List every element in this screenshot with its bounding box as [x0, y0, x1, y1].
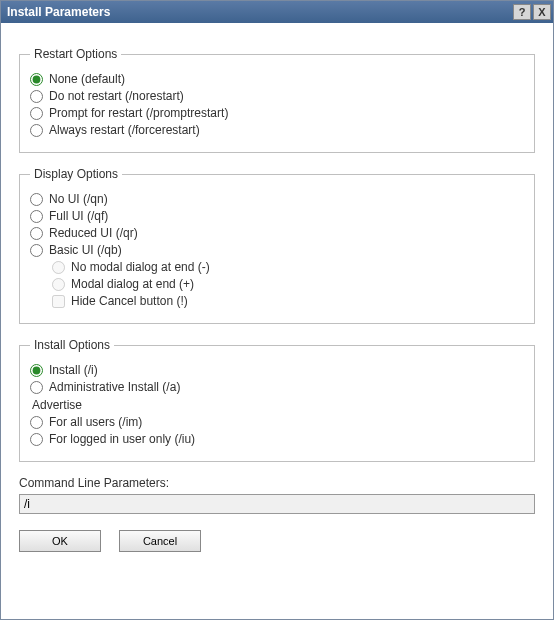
restart-prompt-label[interactable]: Prompt for restart (/promptrestart)	[49, 106, 228, 120]
display-basicui-label[interactable]: Basic UI (/qb)	[49, 243, 122, 257]
install-install-label[interactable]: Install (/i)	[49, 363, 98, 377]
restart-prompt-radio[interactable]	[30, 107, 43, 120]
advertise-user-radio[interactable]	[30, 433, 43, 446]
display-reducedui-label[interactable]: Reduced UI (/qr)	[49, 226, 138, 240]
display-fullui-label[interactable]: Full UI (/qf)	[49, 209, 108, 223]
restart-options-legend: Restart Options	[30, 47, 121, 61]
display-fullui-radio[interactable]	[30, 210, 43, 223]
hide-cancel-label[interactable]: Hide Cancel button (!)	[71, 294, 188, 308]
restart-none-label[interactable]: None (default)	[49, 72, 125, 86]
help-button[interactable]: ?	[513, 4, 531, 20]
advertise-all-label[interactable]: For all users (/im)	[49, 415, 142, 429]
close-icon: X	[538, 6, 545, 18]
install-install-radio[interactable]	[30, 364, 43, 377]
ok-button[interactable]: OK	[19, 530, 101, 552]
basic-nomodal-label[interactable]: No modal dialog at end (-)	[71, 260, 210, 274]
command-line-input[interactable]	[19, 494, 535, 514]
dialog-title: Install Parameters	[7, 5, 513, 19]
advertise-all-radio[interactable]	[30, 416, 43, 429]
cancel-button[interactable]: Cancel	[119, 530, 201, 552]
install-options-group: Install Options Install (/i) Administrat…	[19, 338, 535, 462]
basic-modal-label[interactable]: Modal dialog at end (+)	[71, 277, 194, 291]
dialog-window: Install Parameters ? X Restart Options N…	[0, 0, 554, 620]
help-icon: ?	[519, 6, 526, 18]
restart-none-radio[interactable]	[30, 73, 43, 86]
display-options-group: Display Options No UI (/qn) Full UI (/qf…	[19, 167, 535, 324]
restart-force-label[interactable]: Always restart (/forcerestart)	[49, 123, 200, 137]
dialog-buttons: OK Cancel	[19, 530, 535, 552]
install-admin-radio[interactable]	[30, 381, 43, 394]
close-button[interactable]: X	[533, 4, 551, 20]
restart-norestart-label[interactable]: Do not restart (/norestart)	[49, 89, 184, 103]
restart-options-group: Restart Options None (default) Do not re…	[19, 47, 535, 153]
display-noui-radio[interactable]	[30, 193, 43, 206]
basic-nomodal-radio[interactable]	[52, 261, 65, 274]
command-line-label: Command Line Parameters:	[19, 476, 535, 490]
install-admin-label[interactable]: Administrative Install (/a)	[49, 380, 180, 394]
basic-modal-radio[interactable]	[52, 278, 65, 291]
advertise-label: Advertise	[32, 398, 524, 412]
titlebar: Install Parameters ? X	[1, 1, 553, 23]
install-options-legend: Install Options	[30, 338, 114, 352]
display-reducedui-radio[interactable]	[30, 227, 43, 240]
advertise-user-label[interactable]: For logged in user only (/iu)	[49, 432, 195, 446]
dialog-content: Restart Options None (default) Do not re…	[1, 23, 553, 566]
display-options-legend: Display Options	[30, 167, 122, 181]
restart-force-radio[interactable]	[30, 124, 43, 137]
display-basicui-radio[interactable]	[30, 244, 43, 257]
restart-norestart-radio[interactable]	[30, 90, 43, 103]
display-noui-label[interactable]: No UI (/qn)	[49, 192, 108, 206]
hide-cancel-checkbox[interactable]	[52, 295, 65, 308]
